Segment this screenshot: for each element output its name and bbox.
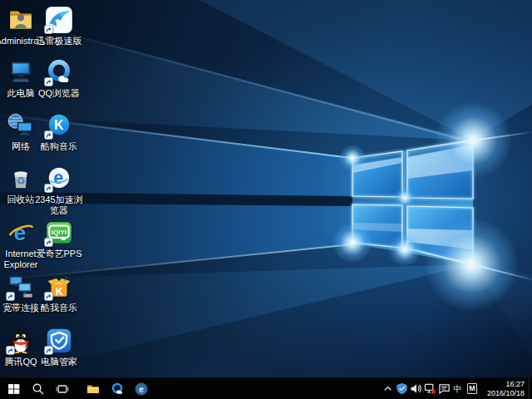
- desktop-icon-label: 酷我音乐: [41, 303, 77, 313]
- taskbar-buttons: e: [0, 378, 153, 399]
- taskbar-gap: [74, 378, 81, 399]
- recycle-bin-icon: ♻: [7, 165, 35, 193]
- desktop-icon-xunlei-speed[interactable]: 迅雷极速版: [32, 6, 86, 47]
- light-glint: [388, 233, 421, 266]
- shortcut-arrow-badge: [44, 184, 53, 193]
- iqiyi-text: iQIYI: [52, 229, 66, 236]
- desktop-icon-pc-manager[interactable]: 电脑管家: [32, 327, 86, 367]
- desktop-icon-qq-browser[interactable]: QQ浏览器: [32, 58, 86, 99]
- light-glint: [339, 145, 366, 171]
- windows-10-desktop-screen: Administra...迅雷极速版此电脑QQ浏览器网络K酷狗音乐♻回收站e23…: [0, 0, 532, 399]
- shortcut-arrow-badge: [44, 238, 53, 247]
- pc-manager-tray-icon[interactable]: [395, 378, 409, 399]
- chevron-up-icon: [382, 382, 394, 395]
- volume-tray-icon[interactable]: [409, 378, 423, 399]
- shortcut-arrow-badge: [44, 25, 53, 34]
- shield-icon: [396, 382, 408, 395]
- tencent-qq-icon: [7, 327, 35, 355]
- clock-date: 2016/10/18: [487, 389, 525, 398]
- internet-explorer-icon: e: [7, 219, 35, 247]
- desktop-icon-iqiyi-pps[interactable]: iQIYI爱奇艺PPS: [32, 219, 86, 259]
- desktop-icon-label: 爱奇艺PPS: [36, 249, 81, 259]
- speaker-icon: [410, 382, 422, 395]
- xunlei-speed-icon: [45, 6, 73, 34]
- tray-expand-button[interactable]: [381, 378, 395, 399]
- network-tray-icon[interactable]: [423, 378, 437, 399]
- iqiyi-pps-icon: iQIYI: [45, 219, 73, 247]
- shortcut-arrow-badge: [44, 77, 53, 86]
- desktop-icon-browser-2345[interactable]: e2345加速浏览器: [32, 165, 86, 216]
- desktop-icon-label: 回收站: [7, 195, 35, 205]
- taskbar-clock[interactable]: 16:27 2016/10/18: [477, 380, 529, 397]
- action-center-icon: [438, 382, 451, 395]
- broadband-connection-icon: [7, 273, 35, 301]
- ime-language-indicator[interactable]: 中: [451, 383, 464, 395]
- task-view-button[interactable]: [50, 378, 74, 399]
- light-flare: [411, 131, 532, 150]
- windows-icon: [7, 382, 21, 396]
- shortcut-arrow-badge: [44, 292, 53, 301]
- file-explorer-button[interactable]: [81, 378, 105, 399]
- light-glint: [425, 218, 518, 311]
- explorer-icon: [86, 382, 100, 396]
- administrator-folder-icon: [7, 6, 35, 34]
- this-pc-icon: [7, 58, 35, 86]
- show-desktop-button[interactable]: [529, 378, 532, 399]
- desktop-icon-kuwo-music[interactable]: K♪酷我音乐: [32, 273, 86, 313]
- e2345-letter: e: [54, 168, 64, 188]
- kuwo-letter: K: [55, 285, 63, 298]
- desktop-icon-label: 网络: [12, 141, 30, 152]
- light-glint: [394, 187, 416, 209]
- action-center-button[interactable]: [437, 378, 451, 399]
- taskview-icon: [56, 382, 69, 396]
- taskbar-e-letter: e: [139, 384, 144, 393]
- desktop-icon-label: 此电脑: [7, 88, 35, 99]
- desktop-icon-kugou-music[interactable]: K酷狗音乐: [32, 111, 86, 152]
- e-circle-icon: e: [135, 382, 148, 396]
- browser-2345-icon: e: [45, 165, 73, 193]
- qq-browser-icon: [45, 58, 73, 86]
- desktop-icon-label: 2345加速浏览器: [32, 195, 86, 216]
- taskbar-tray-area: 中 M 16:27 2016/10/18: [381, 378, 532, 399]
- svg-text:♻: ♻: [16, 175, 25, 187]
- network-x-icon: [424, 382, 436, 395]
- light-glint: [332, 223, 372, 263]
- network-icon: [7, 111, 35, 140]
- desktop-icon-label: QQ浏览器: [38, 88, 80, 99]
- shortcut-arrow-badge: [44, 131, 53, 140]
- ie-letter: e: [14, 220, 27, 245]
- shortcut-arrow-badge: [44, 346, 53, 355]
- system-tray: [381, 378, 451, 399]
- browser-2345-taskbar-button[interactable]: e: [129, 378, 153, 399]
- desktop-icon-label: 迅雷极速版: [37, 36, 82, 47]
- desktop-icon-label: 电脑管家: [41, 357, 77, 367]
- ime-mode-indicator[interactable]: M: [467, 383, 477, 394]
- start-button[interactable]: [2, 378, 26, 399]
- search-button[interactable]: [26, 378, 50, 399]
- qqbrowser-mini-icon: [111, 382, 124, 396]
- kugou-music-icon: K: [45, 111, 73, 140]
- light-flare: [402, 246, 532, 282]
- taskbar: e 中 M 16:27 2016/10/18: [0, 377, 532, 399]
- desktop[interactable]: Administra...迅雷极速版此电脑QQ浏览器网络K酷狗音乐♻回收站e23…: [0, 0, 532, 377]
- clock-time: 16:27: [505, 380, 525, 389]
- desktop-icon-label: 酷狗音乐: [41, 141, 77, 152]
- light-glint: [435, 102, 511, 179]
- shortcut-arrow-badge: [6, 292, 15, 301]
- qq-browser-taskbar-button[interactable]: [105, 378, 129, 399]
- pc-manager-icon: [45, 327, 73, 355]
- kugou-letter: K: [54, 118, 64, 132]
- search-icon: [32, 382, 45, 396]
- shortcut-arrow-badge: [6, 346, 15, 355]
- kuwo-music-icon: K♪: [45, 273, 73, 301]
- svg-text:♪: ♪: [63, 273, 67, 283]
